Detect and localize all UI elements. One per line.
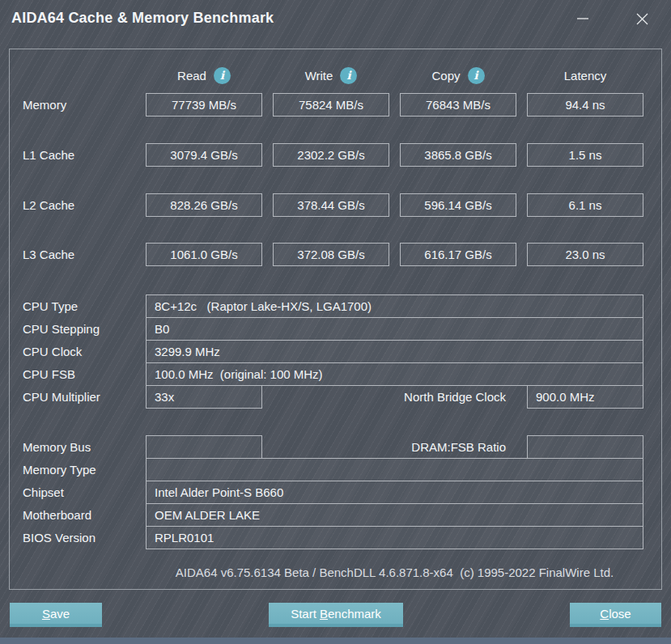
l3-read-value: 1061.0 GB/s (146, 243, 262, 266)
cpu-fsb-row: CPU FSB 100.0 MHz (original: 100 MHz) (23, 362, 643, 386)
memory-benchmark-row: Memory 77739 MB/s 75824 MB/s 76843 MB/s … (23, 93, 643, 117)
minimize-icon (576, 12, 589, 25)
cpu-clock-row: CPU Clock 3299.9 MHz (23, 340, 643, 363)
cpu-stepping-label: CPU Stepping (23, 317, 135, 341)
motherboard-value: OEM ALDER LAKE (146, 503, 643, 527)
background-window-edge (0, 638, 671, 644)
memory-type-row: Memory Type (23, 458, 643, 481)
cpu-fsb-value: 100.0 MHz (original: 100 MHz) (146, 362, 643, 386)
chipset-value: Intel Alder Point-S B660 (146, 481, 643, 504)
memory-bus-value (146, 435, 262, 459)
memory-type-value (146, 458, 643, 481)
l3-copy-value: 616.17 GB/s (400, 243, 516, 266)
cpu-multiplier-value: 33x (146, 385, 262, 409)
cpu-info-section: CPU Type 8C+12c (Raptor Lake-HX/S, LGA17… (23, 294, 643, 409)
write-column-label: Write (305, 69, 333, 83)
cpu-type-label: CPU Type (23, 294, 135, 318)
aida64-benchmark-window: { "window": { "title": "AIDA64 Cache & M… (0, 0, 671, 644)
memory-latency-value: 94.4 ns (527, 93, 643, 117)
l1-cache-row-label: L1 Cache (23, 143, 135, 167)
dram-fsb-ratio-label: DRAM:FSB Ratio (273, 435, 516, 459)
l2-cache-benchmark-row: L2 Cache 828.26 GB/s 378.44 GB/s 596.14 … (23, 193, 643, 217)
start-benchmark-button[interactable]: Start Benchmark (269, 603, 403, 627)
cpu-stepping-value: B0 (146, 317, 643, 341)
version-text: AIDA64 v6.75.6134 Beta / BenchDLL 4.6.87… (146, 566, 643, 579)
memory-bus-label: Memory Bus (23, 435, 135, 459)
memory-read-value: 77739 MB/s (146, 93, 262, 117)
l1-read-value: 3079.4 GB/s (146, 143, 262, 167)
l3-cache-row-label: L3 Cache (23, 243, 135, 266)
chipset-label: Chipset (23, 481, 135, 504)
cpu-fsb-label: CPU FSB (23, 362, 135, 386)
cpu-clock-value: 3299.9 MHz (146, 340, 643, 363)
bios-version-row: BIOS Version RPLR0101 (23, 526, 643, 549)
board-info-section: Memory Bus DRAM:FSB Ratio Memory Type Ch… (23, 435, 643, 549)
l1-cache-benchmark-row: L1 Cache 3079.4 GB/s 2302.2 GB/s 3865.8 … (23, 143, 643, 167)
read-info-icon[interactable]: i (214, 67, 231, 84)
cpu-type-value: 8C+12c (Raptor Lake-HX/S, LGA1700) (146, 294, 643, 318)
l1-latency-value: 1.5 ns (527, 143, 643, 167)
cpu-stepping-row: CPU Stepping B0 (23, 317, 643, 341)
chipset-row: Chipset Intel Alder Point-S B660 (23, 481, 643, 504)
save-button[interactable]: Save (10, 603, 102, 627)
motherboard-row: Motherboard OEM ALDER LAKE (23, 503, 643, 527)
cpu-clock-label: CPU Clock (23, 340, 135, 363)
l3-write-value: 372.08 GB/s (273, 243, 389, 266)
l2-cache-row-label: L2 Cache (23, 193, 135, 217)
copy-info-icon[interactable]: i (468, 67, 485, 84)
memory-bus-row: Memory Bus DRAM:FSB Ratio (23, 435, 643, 459)
window-title: AIDA64 Cache & Memory Benchmark (11, 10, 274, 27)
memory-row-label: Memory (23, 93, 135, 117)
dram-fsb-ratio-value (527, 435, 643, 459)
read-column-label: Read (177, 69, 206, 83)
latency-column-label: Latency (564, 69, 607, 83)
l3-latency-value: 23.0 ns (527, 243, 643, 266)
minimize-button[interactable] (569, 6, 597, 31)
close-window-button[interactable] (628, 6, 656, 31)
cpu-multiplier-row: CPU Multiplier 33x North Bridge Clock 90… (23, 385, 643, 409)
close-button[interactable]: Close (570, 603, 661, 627)
cpu-multiplier-label: CPU Multiplier (23, 385, 135, 409)
north-bridge-clock-value: 900.0 MHz (527, 385, 643, 409)
column-header-latency: Latency (527, 66, 643, 84)
column-header-read: Read i (146, 66, 262, 84)
l1-copy-value: 3865.8 GB/s (400, 143, 516, 167)
cpu-type-row: CPU Type 8C+12c (Raptor Lake-HX/S, LGA17… (23, 294, 643, 318)
column-header-copy: Copy i (400, 66, 516, 84)
north-bridge-clock-label: North Bridge Clock (273, 385, 516, 409)
memory-copy-value: 76843 MB/s (400, 93, 516, 117)
memory-type-label: Memory Type (23, 458, 135, 481)
close-icon (635, 12, 649, 26)
l3-cache-benchmark-row: L3 Cache 1061.0 GB/s 372.08 GB/s 616.17 … (23, 243, 643, 266)
bios-version-label: BIOS Version (23, 526, 135, 549)
l2-write-value: 378.44 GB/s (273, 193, 389, 217)
motherboard-label: Motherboard (23, 503, 135, 527)
l2-latency-value: 6.1 ns (527, 193, 643, 217)
copy-column-label: Copy (431, 69, 460, 83)
memory-write-value: 75824 MB/s (273, 93, 389, 117)
l2-copy-value: 596.14 GB/s (400, 193, 516, 217)
column-header-write: Write i (273, 66, 389, 84)
column-header-row: Read i Write i Copy i Latency (23, 66, 643, 84)
l1-write-value: 2302.2 GB/s (273, 143, 389, 167)
l2-read-value: 828.26 GB/s (146, 193, 262, 217)
write-info-icon[interactable]: i (340, 67, 357, 84)
bios-version-value: RPLR0101 (146, 526, 643, 549)
